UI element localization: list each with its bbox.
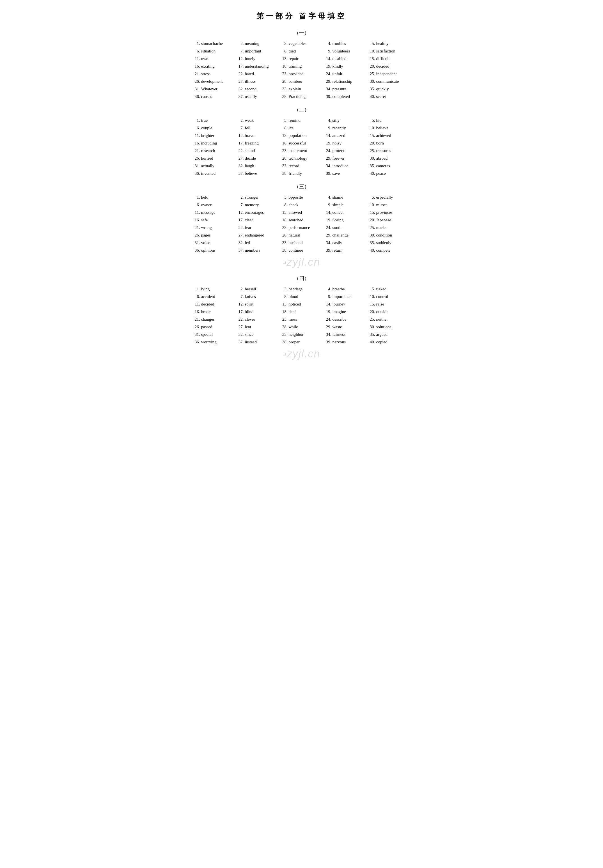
word-text: searched [289, 218, 303, 222]
word-number: 13. [280, 210, 288, 215]
word-item: 5.especially [367, 195, 411, 200]
word-item: 8.died [280, 48, 323, 54]
word-text: breathe [332, 287, 345, 292]
word-number: 30. [367, 79, 375, 84]
word-item: 4.breathe [323, 286, 367, 292]
word-item: 29.waste [323, 324, 367, 330]
word-item: 34.fairness [323, 332, 367, 338]
word-number: 11. [192, 133, 200, 138]
word-item: 27.lent [236, 324, 280, 330]
word-number: 18. [280, 309, 288, 314]
word-number: 25. [367, 317, 375, 322]
word-number: 21. [192, 71, 200, 76]
word-text: healthy [376, 41, 389, 46]
word-item: 13.allowed [280, 210, 323, 215]
word-text: changes [201, 317, 215, 322]
section-title-2: （二） [192, 106, 411, 113]
word-text: husband [289, 241, 303, 245]
word-text: save [332, 171, 340, 176]
word-grid-4: 1.lying2.herself3.bandage4.breathe5.risk… [192, 286, 411, 345]
word-text: research [201, 148, 215, 153]
word-number: 17. [236, 309, 244, 314]
word-text: quickly [376, 87, 389, 91]
word-item: 19.Spring [323, 217, 367, 223]
word-item: 35.cameras [367, 163, 411, 169]
word-item: 27.decide [236, 155, 280, 161]
word-item: 23.excitement [280, 148, 323, 154]
word-item: 21.wrong [192, 225, 236, 231]
word-text: technology [289, 156, 308, 161]
word-number: 18. [280, 64, 288, 69]
word-number: 6. [192, 294, 200, 299]
word-item: 10.misses [367, 202, 411, 208]
word-item: 22.fear [236, 225, 280, 231]
word-text: peace [376, 171, 386, 176]
word-text: usually [245, 94, 257, 99]
word-number: 5. [367, 195, 375, 200]
word-text: led [245, 241, 250, 245]
word-number: 9. [323, 126, 331, 130]
word-item: 26.hurried [192, 155, 236, 161]
word-number: 33. [280, 332, 288, 337]
page-title: 第一部分 首字母填空 [192, 11, 411, 21]
word-item: 38.continue [280, 247, 323, 253]
word-number: 27. [236, 233, 244, 238]
word-number: 34. [323, 87, 331, 91]
word-item: 22.clever [236, 317, 280, 322]
word-number: 25. [367, 225, 375, 230]
word-item: 36.worrying [192, 339, 236, 345]
word-number: 10. [367, 126, 375, 130]
word-text: outside [376, 309, 388, 314]
word-number: 20. [367, 64, 375, 69]
word-text: cameras [376, 164, 390, 168]
word-number: 8. [280, 294, 288, 299]
word-number: 29. [323, 233, 331, 238]
word-item: 36.opinions [192, 247, 236, 253]
word-number: 5. [367, 41, 375, 46]
word-text: while [289, 324, 298, 329]
word-text: secret [376, 94, 386, 99]
word-item: 9.recently [323, 125, 367, 131]
word-text: decide [245, 156, 256, 161]
word-text: collect [332, 210, 344, 215]
word-number: 39. [323, 94, 331, 99]
word-text: kindly [332, 64, 343, 69]
word-number: 35. [367, 164, 375, 168]
word-number: 29. [323, 79, 331, 84]
word-item: 15.provinces [367, 210, 411, 215]
word-number: 22. [236, 225, 244, 230]
word-number: 12. [236, 302, 244, 307]
word-number: 14. [323, 210, 331, 215]
word-item: 30.communicate [367, 79, 411, 85]
word-number: 7. [236, 49, 244, 54]
word-text: wrong [201, 225, 212, 230]
word-number: 39. [323, 340, 331, 344]
word-text: worrying [201, 340, 216, 344]
word-text: deaf [289, 309, 296, 314]
word-text: stronger [245, 195, 259, 200]
word-number: 5. [367, 287, 375, 292]
word-item: 23.performance [280, 225, 323, 231]
word-number: 15. [367, 210, 375, 215]
word-item: 16.broke [192, 309, 236, 315]
word-number: 37. [236, 248, 244, 253]
word-item: 2.weak [236, 117, 280, 124]
word-number: 13. [280, 302, 288, 307]
word-text: situation [201, 49, 216, 54]
word-text: completed [332, 94, 350, 99]
word-item: 8.check [280, 202, 323, 208]
word-number: 9. [323, 294, 331, 299]
word-number: 3. [280, 41, 288, 46]
word-number: 37. [236, 94, 244, 99]
word-number: 10. [367, 49, 375, 54]
word-text: understanding [245, 64, 269, 69]
word-item: 2.herself [236, 286, 280, 292]
word-text: describe [332, 317, 346, 322]
word-text: control [376, 294, 388, 299]
word-item: 11.message [192, 210, 236, 215]
word-text: brighter [201, 133, 214, 138]
word-text: sound [245, 148, 255, 153]
word-number: 25. [367, 148, 375, 153]
word-grid-3: 1.held2.stronger3.opposite4.shame5.espec… [192, 195, 411, 253]
word-item: 13.noticed [280, 301, 323, 307]
